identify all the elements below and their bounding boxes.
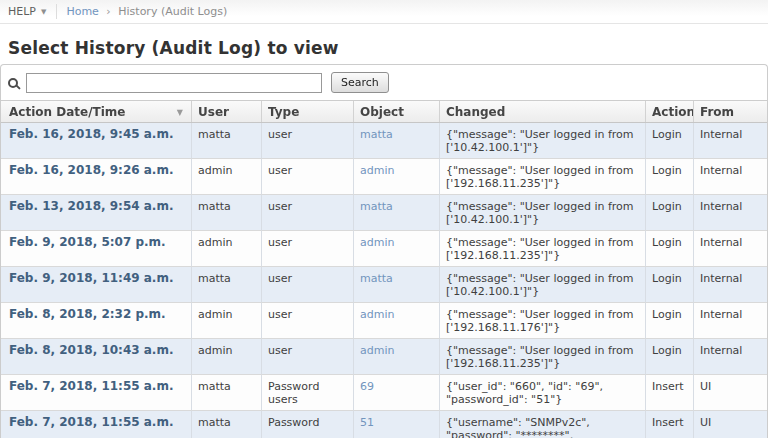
breadcrumb: Home › History (Audit Logs) bbox=[66, 5, 227, 18]
column-header-object[interactable]: Object bbox=[354, 101, 440, 122]
cell-action: Login bbox=[646, 123, 694, 159]
column-header-user[interactable]: User bbox=[192, 101, 262, 122]
cell-changed: {"message": "User logged in from ['10.42… bbox=[440, 267, 646, 303]
cell-action: Login bbox=[646, 303, 694, 339]
cell-from: UI bbox=[694, 375, 767, 411]
cell-changed: {"username": "SNMPv2c", "password": "***… bbox=[440, 411, 646, 438]
cell-changed: {"user_id": "660", "id": "69", "password… bbox=[440, 375, 646, 411]
cell-changed: {"message": "User logged in from ['10.42… bbox=[440, 195, 646, 231]
cell-object-link[interactable]: matta bbox=[354, 267, 440, 303]
breadcrumb-separator: › bbox=[106, 5, 110, 18]
cell-action-date-link[interactable]: Feb. 13, 2018, 9:54 a.m. bbox=[1, 195, 192, 231]
cell-action-date-link[interactable]: Feb. 7, 2018, 11:55 a.m. bbox=[1, 411, 192, 438]
page-title: Select History (Audit Log) to view bbox=[8, 38, 760, 58]
cell-type: Password users bbox=[262, 375, 354, 411]
breadcrumb-current: History (Audit Logs) bbox=[118, 5, 227, 18]
cell-from: Internal bbox=[694, 231, 767, 267]
cell-user: matta bbox=[192, 267, 262, 303]
help-dropdown[interactable]: HELP ▼ bbox=[8, 5, 46, 18]
cell-type: user bbox=[262, 123, 354, 159]
cell-from: Internal bbox=[694, 123, 767, 159]
cell-action: Login bbox=[646, 195, 694, 231]
cell-action-date-link[interactable]: Feb. 16, 2018, 9:26 a.m. bbox=[1, 159, 192, 195]
cell-type: user bbox=[262, 231, 354, 267]
cell-action-date-link[interactable]: Feb. 16, 2018, 9:45 a.m. bbox=[1, 123, 192, 159]
cell-changed: {"message": "User logged in from ['192.1… bbox=[440, 231, 646, 267]
cell-action: Login bbox=[646, 231, 694, 267]
cell-changed: {"message": "User logged in from ['10.42… bbox=[440, 123, 646, 159]
cell-action-date-link[interactable]: Feb. 8, 2018, 10:43 a.m. bbox=[1, 339, 192, 375]
sort-desc-icon[interactable]: ▼ bbox=[177, 108, 183, 117]
cell-from: Internal bbox=[694, 267, 767, 303]
cell-type: user bbox=[262, 339, 354, 375]
breadcrumb-home-link[interactable]: Home bbox=[66, 5, 98, 18]
cell-type: Password bbox=[262, 411, 354, 438]
cell-user: matta bbox=[192, 411, 262, 438]
cell-type: user bbox=[262, 195, 354, 231]
chevron-down-icon: ▼ bbox=[41, 8, 46, 16]
cell-user: matta bbox=[192, 375, 262, 411]
table-row: Feb. 8, 2018, 2:32 p.m. admin user admin… bbox=[1, 303, 767, 339]
cell-user: admin bbox=[192, 303, 262, 339]
cell-object-link[interactable]: matta bbox=[354, 195, 440, 231]
cell-action: Insert bbox=[646, 375, 694, 411]
table-row: Feb. 16, 2018, 9:26 a.m. admin user admi… bbox=[1, 159, 767, 195]
search-icon bbox=[8, 78, 18, 88]
search-toolbar: Search bbox=[1, 65, 767, 100]
cell-user: admin bbox=[192, 159, 262, 195]
cell-from: Internal bbox=[694, 339, 767, 375]
cell-action: Login bbox=[646, 267, 694, 303]
cell-object-link[interactable]: admin bbox=[354, 159, 440, 195]
cell-type: user bbox=[262, 267, 354, 303]
cell-action: Login bbox=[646, 339, 694, 375]
table-row: Feb. 16, 2018, 9:45 a.m. matta user matt… bbox=[1, 123, 767, 159]
cell-changed: {"message": "User logged in from ['192.1… bbox=[440, 303, 646, 339]
cell-object-link[interactable]: 69 bbox=[354, 375, 440, 411]
search-button[interactable]: Search bbox=[331, 72, 389, 93]
cell-action: Insert bbox=[646, 411, 694, 438]
cell-type: user bbox=[262, 159, 354, 195]
table-header-row: Action Date/Time ▼ User Type Object Chan… bbox=[1, 100, 767, 123]
cell-object-link[interactable]: 51 bbox=[354, 411, 440, 438]
cell-from: Internal bbox=[694, 159, 767, 195]
cell-user: matta bbox=[192, 123, 262, 159]
cell-from: Internal bbox=[694, 195, 767, 231]
table-row: Feb. 7, 2018, 11:55 a.m. matta Password … bbox=[1, 411, 767, 438]
cell-object-link[interactable]: admin bbox=[354, 339, 440, 375]
cell-user: matta bbox=[192, 195, 262, 231]
table-body: Feb. 16, 2018, 9:45 a.m. matta user matt… bbox=[1, 123, 767, 438]
column-header-type[interactable]: Type bbox=[262, 101, 354, 122]
cell-action-date-link[interactable]: Feb. 8, 2018, 2:32 p.m. bbox=[1, 303, 192, 339]
topbar-divider bbox=[56, 4, 57, 19]
table-row: Feb. 9, 2018, 11:49 a.m. matta user matt… bbox=[1, 267, 767, 303]
cell-from: Internal bbox=[694, 303, 767, 339]
cell-object-link[interactable]: admin bbox=[354, 303, 440, 339]
cell-object-link[interactable]: admin bbox=[354, 231, 440, 267]
cell-action-date-link[interactable]: Feb. 9, 2018, 5:07 p.m. bbox=[1, 231, 192, 267]
cell-object-link[interactable]: matta bbox=[354, 123, 440, 159]
column-header-action-date-time[interactable]: Action Date/Time ▼ bbox=[1, 101, 192, 122]
cell-user: admin bbox=[192, 231, 262, 267]
table-row: Feb. 7, 2018, 11:55 a.m. matta Password … bbox=[1, 375, 767, 411]
table-row: Feb. 13, 2018, 9:54 a.m. matta user matt… bbox=[1, 195, 767, 231]
help-label: HELP bbox=[8, 5, 36, 18]
search-input[interactable] bbox=[26, 73, 322, 93]
cell-user: admin bbox=[192, 339, 262, 375]
cell-action-date-link[interactable]: Feb. 7, 2018, 11:55 a.m. bbox=[1, 375, 192, 411]
cell-changed: {"message": "User logged in from ['192.1… bbox=[440, 339, 646, 375]
cell-from: UI bbox=[694, 411, 767, 438]
column-header-changed[interactable]: Changed bbox=[440, 101, 646, 122]
cell-type: user bbox=[262, 303, 354, 339]
cell-action: Login bbox=[646, 159, 694, 195]
audit-log-panel: Search Action Date/Time ▼ User Type Obje… bbox=[0, 64, 768, 438]
column-header-action[interactable]: Action bbox=[646, 101, 694, 122]
table-row: Feb. 8, 2018, 10:43 a.m. admin user admi… bbox=[1, 339, 767, 375]
table-row: Feb. 9, 2018, 5:07 p.m. admin user admin… bbox=[1, 231, 767, 267]
column-header-from[interactable]: From bbox=[694, 101, 767, 122]
top-bar: HELP ▼ Home › History (Audit Logs) bbox=[0, 0, 768, 24]
cell-changed: {"message": "User logged in from ['192.1… bbox=[440, 159, 646, 195]
cell-action-date-link[interactable]: Feb. 9, 2018, 11:49 a.m. bbox=[1, 267, 192, 303]
